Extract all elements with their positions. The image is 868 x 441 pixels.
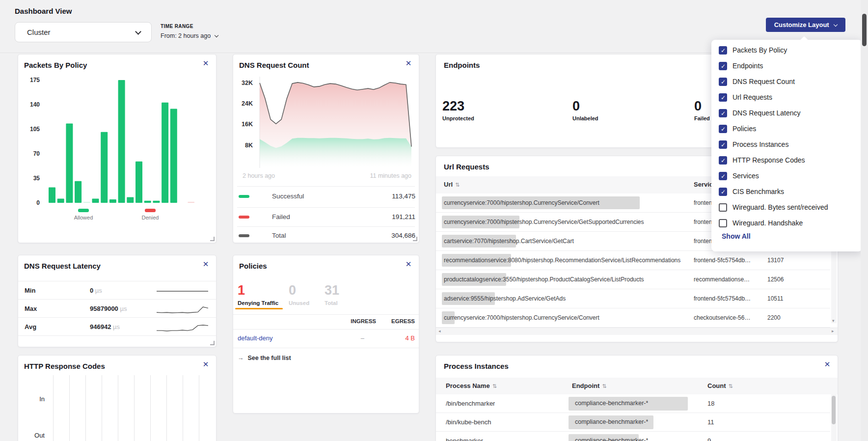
x-axis-start: 2 hours ago (243, 172, 275, 179)
checkbox-icon[interactable] (719, 172, 727, 180)
checkbox-icon[interactable] (719, 140, 727, 149)
show-all-link[interactable]: Show All (722, 232, 751, 240)
resize-handle[interactable] (210, 237, 215, 241)
menu-item-http-response-codes[interactable]: HTTP Response Codes (711, 153, 862, 168)
sort-icon[interactable] (729, 383, 733, 389)
menu-item-dns-request-count[interactable]: DNS Request Count (711, 74, 862, 90)
menu-item-wireguard-handshake[interactable]: Wireguard. Handshake (711, 216, 862, 231)
scroll-down-icon[interactable]: ▾ (832, 318, 835, 323)
scroll-right-icon[interactable]: ▸ (832, 329, 834, 333)
process-cell: /bin/benchmarker (446, 400, 495, 407)
tab-total[interactable]: 31 Total (325, 283, 339, 306)
sort-icon[interactable] (602, 383, 606, 389)
svg-text:140: 140 (30, 101, 40, 108)
close-icon[interactable] (201, 260, 210, 269)
menu-item-url-requests[interactable]: Url Requests (711, 90, 862, 106)
checkbox-icon[interactable] (719, 78, 727, 86)
count-cell: 9 (707, 437, 711, 441)
checkbox-icon[interactable] (719, 93, 727, 102)
time-range-value: From: 2 hours ago (161, 32, 211, 39)
menu-item-packets-by-policy[interactable]: Packets By Policy (711, 43, 862, 58)
card-title: Url Requests (444, 163, 489, 171)
table-row[interactable]: recommendationservice:8080/hipstershop.R… (436, 251, 830, 270)
grid-line (199, 375, 199, 441)
close-icon[interactable] (201, 360, 210, 369)
menu-item-label: Endpoints (732, 62, 763, 70)
table-row[interactable]: /bin/benchmarkercompliance-benchmarker-*… (436, 394, 830, 413)
menu-item-label: Process Instances (732, 140, 788, 148)
policy-name-link[interactable]: default-deny (238, 334, 273, 342)
column-count[interactable]: Count (707, 382, 726, 389)
count-cell: 12506 (767, 276, 816, 283)
tab-unused[interactable]: 0 Unused (289, 283, 309, 306)
checkbox-icon[interactable] (719, 219, 727, 227)
checkbox-icon[interactable] (719, 156, 727, 165)
table-row[interactable]: productcatalogservice:3550/hipstershop.P… (436, 270, 830, 289)
menu-item-dns-request-latency[interactable]: DNS Request Latency (711, 106, 862, 121)
checkbox-icon[interactable] (719, 125, 727, 133)
url-cell: productcatalogservice:3550/hipstershop.P… (444, 276, 684, 283)
close-icon[interactable] (404, 260, 413, 269)
menu-item-label: DNS Request Latency (732, 109, 801, 117)
checkbox-icon[interactable] (719, 203, 727, 212)
menu-item-endpoints[interactable]: Endpoints (711, 58, 862, 74)
scroll-left-icon[interactable]: ◂ (438, 329, 441, 333)
customize-layout-button[interactable]: Customize Layout (766, 18, 845, 32)
page-scrollbar-thumb[interactable] (862, 14, 867, 46)
row-label-out: Out (18, 432, 45, 439)
resize-handle[interactable] (413, 237, 417, 241)
count-cell: 13107 (767, 257, 816, 264)
column-url[interactable]: Url (444, 181, 453, 188)
chevron-down-icon (214, 33, 218, 37)
grid-line (183, 375, 183, 441)
url-cell: currencyservice:7000/hipstershop.Currenc… (444, 314, 684, 321)
table-row[interactable]: /bin/kube-benchcompliance-benchmarker-*1… (436, 413, 830, 432)
grid-line (118, 375, 118, 441)
resize-handle[interactable] (210, 341, 215, 345)
avg-sparkline (157, 322, 208, 333)
menu-item-cis-benchmarks[interactable]: CIS Benchmarks (711, 184, 862, 200)
successful-swatch (239, 195, 249, 198)
page-scrollbar[interactable] (861, 0, 868, 441)
menu-item-label: DNS Request Count (732, 78, 795, 85)
view-selector[interactable]: Cluster (15, 22, 152, 42)
table-row[interactable]: currencyservice:7000/hipstershop.Currenc… (436, 308, 830, 328)
url-cell: cartservice:7070/hipstershop.CartService… (444, 238, 684, 245)
checkbox-icon[interactable] (719, 62, 727, 70)
menu-item-policies[interactable]: Policies (711, 121, 862, 137)
column-process-name[interactable]: Process Name (446, 382, 490, 389)
menu-item-services[interactable]: Services (711, 168, 862, 184)
sort-icon[interactable] (492, 383, 497, 389)
checkbox-icon[interactable] (719, 46, 727, 55)
tab-denying-traffic[interactable]: 1 Denying Traffic (238, 283, 278, 306)
menu-item-label: HTTP Response Codes (732, 156, 805, 164)
stat-failed: 0 Failed (694, 99, 710, 121)
table-row[interactable]: adservice:9555/hipstershop.AdService/Get… (436, 289, 830, 308)
table-row[interactable]: benchmarkercompliance-benchmarker-*9 (436, 432, 830, 441)
packets-bar-chart: 03570105140175 (18, 55, 216, 207)
column-egress: EGRESS (380, 318, 415, 324)
http-response-codes-card: HTTP Response Codes In Out (18, 355, 217, 441)
time-range[interactable]: TIME RANGE From: 2 hours ago (161, 24, 239, 40)
svg-text:105: 105 (30, 126, 40, 133)
checkbox-icon[interactable] (719, 109, 727, 117)
policy-egress-value: 4 B (380, 334, 415, 342)
see-full-list-link[interactable]: → See the full list (238, 353, 291, 362)
column-endpoint[interactable]: Endpoint (572, 382, 599, 389)
arrow-right-icon: → (238, 355, 245, 361)
menu-item-process-instances[interactable]: Process Instances (711, 137, 862, 153)
checkbox-icon[interactable] (719, 188, 727, 196)
latency-row-min: Min 0 µs (18, 283, 216, 299)
menu-item-label: CIS Benchmarks (732, 188, 784, 195)
close-icon[interactable] (823, 360, 832, 369)
grid-line (85, 375, 86, 441)
sort-icon[interactable] (455, 182, 460, 188)
latency-row-max: Max 95879000 µs (18, 301, 216, 317)
url-cell: currencyservice:7000/hipstershop.Currenc… (444, 219, 684, 225)
stat-unprotected: 223 Unprotected (442, 99, 474, 121)
menu-item-wireguard-bytes-sent-received[interactable]: Wireguard. Bytes sent/received (711, 200, 862, 216)
svg-text:175: 175 (30, 77, 40, 83)
horizontal-scrollbar[interactable] (436, 328, 838, 335)
policies-card: Policies 1 Denying Traffic 0 Unused 31 T… (233, 255, 419, 413)
endpoint-cell: compliance-benchmarker-* (575, 437, 648, 441)
